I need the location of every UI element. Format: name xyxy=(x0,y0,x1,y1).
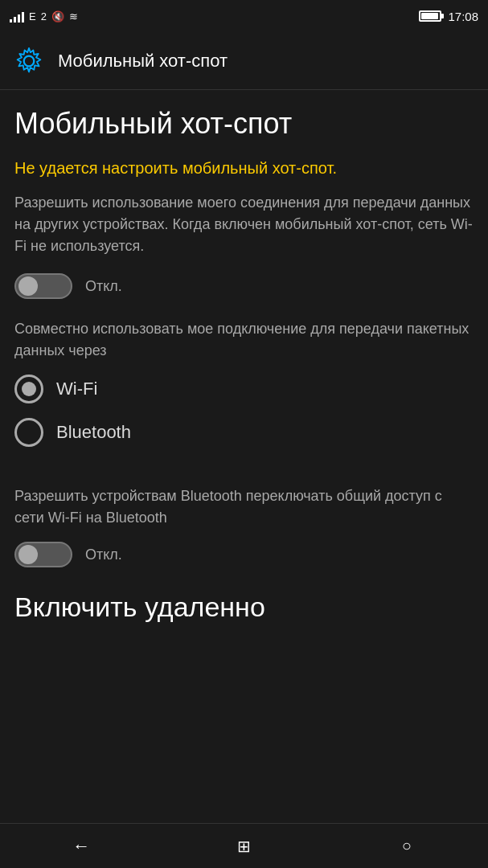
hotspot-toggle-label: Откл. xyxy=(85,278,122,295)
main-content: Мобильный хот-спот Не удается настроить … xyxy=(0,90,488,823)
status-bar: E 2 🔇 ≋ 17:08 xyxy=(0,0,488,32)
remote-enable-title: Включить удаленно xyxy=(14,592,474,631)
bluetooth-radio-button[interactable] xyxy=(14,418,43,447)
home-icon: ⊞ xyxy=(237,837,251,856)
bluetooth-toggle-knob xyxy=(18,545,38,564)
time-display: 17:08 xyxy=(448,10,478,23)
wifi-radio-button[interactable] xyxy=(14,375,43,403)
header-title: Мобильный хот-спот xyxy=(58,51,228,72)
description-text: Разрешить использование моего соединения… xyxy=(14,192,474,257)
wifi-radio-label: Wi-Fi xyxy=(56,379,97,399)
main-hotspot-toggle-row[interactable]: Откл. xyxy=(14,273,474,299)
wifi-radio-row[interactable]: Wi-Fi xyxy=(14,375,474,403)
error-message: Не удается настроить мобильный хот-спот. xyxy=(14,157,474,179)
bluetooth-toggle[interactable] xyxy=(14,542,72,567)
header-gear-icon xyxy=(13,45,45,77)
battery-icon xyxy=(419,10,441,22)
wifi-icon: ≋ xyxy=(69,10,78,23)
status-left: E 2 🔇 ≋ xyxy=(10,10,78,23)
bluetooth-radio-row[interactable]: Bluetooth xyxy=(14,418,474,447)
bluetooth-toggle-row[interactable]: Откл. xyxy=(14,542,474,567)
bottom-nav: ← ⊞ ○ xyxy=(0,823,488,868)
shared-connection-label: Совместно использовать мое подключение д… xyxy=(14,318,474,362)
page-title: Мобильный хот-спот xyxy=(14,106,474,141)
bluetooth-toggle-label: Откл. xyxy=(85,547,122,563)
status-right: 17:08 xyxy=(419,10,478,23)
carrier-label: E xyxy=(29,10,36,23)
signal-bars-icon xyxy=(10,10,24,23)
back-button[interactable]: ← xyxy=(57,824,105,869)
bluetooth-radio-label: Bluetooth xyxy=(56,422,131,443)
carrier2-label: 2 xyxy=(41,10,47,23)
hotspot-toggle[interactable] xyxy=(14,273,72,299)
search-button[interactable]: ○ xyxy=(383,824,431,869)
toggle-knob xyxy=(18,276,38,296)
volume-icon: 🔇 xyxy=(51,10,64,23)
search-icon: ○ xyxy=(402,837,412,855)
home-button[interactable]: ⊞ xyxy=(219,824,268,869)
section-divider xyxy=(14,461,474,477)
bluetooth-section: Разрешить устройствам Bluetooth переключ… xyxy=(14,485,474,567)
back-icon: ← xyxy=(72,836,90,857)
bluetooth-section-text: Разрешить устройствам Bluetooth переключ… xyxy=(14,485,474,529)
app-header: Мобильный хот-спот xyxy=(0,32,488,90)
